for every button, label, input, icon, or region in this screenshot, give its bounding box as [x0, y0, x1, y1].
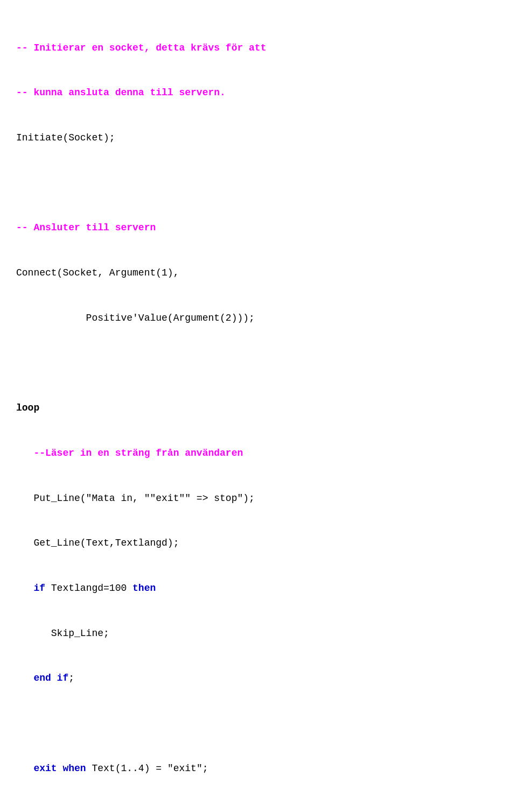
code-line-blank1 — [16, 716, 501, 731]
code-line-13: if Textlangd=100 then — [16, 581, 501, 596]
code-line-8 — [16, 356, 501, 371]
code-line-7: Positive'Value(Argument(2))); — [16, 311, 501, 326]
code-line-9: loop — [16, 401, 501, 416]
code-line-15: end if; — [16, 671, 501, 686]
code-line-blank2 — [16, 806, 501, 812]
code-line-2: -- kunna ansluta denna till servern. — [16, 86, 501, 101]
code-line-14: Skip_Line; — [16, 626, 501, 641]
code-line-5: -- Ansluter till servern — [16, 221, 501, 236]
code-line-10: --Läser in en sträng från användaren — [16, 446, 501, 461]
code-line-16: exit when Text(1..4) = "exit"; — [16, 761, 501, 776]
code-line-3: Initiate(Socket); — [16, 131, 501, 146]
code-display: -- Initierar en socket, detta krävs för … — [16, 11, 501, 812]
code-line-12: Get_Line(Text,Textlangd); — [16, 536, 501, 551]
code-line-11: Put_Line("Mata in, ""exit"" => stop"); — [16, 491, 501, 506]
code-line-4 — [16, 176, 501, 191]
code-line-1: -- Initierar en socket, detta krävs för … — [16, 41, 501, 56]
code-line-6: Connect(Socket, Argument(1), — [16, 266, 501, 281]
